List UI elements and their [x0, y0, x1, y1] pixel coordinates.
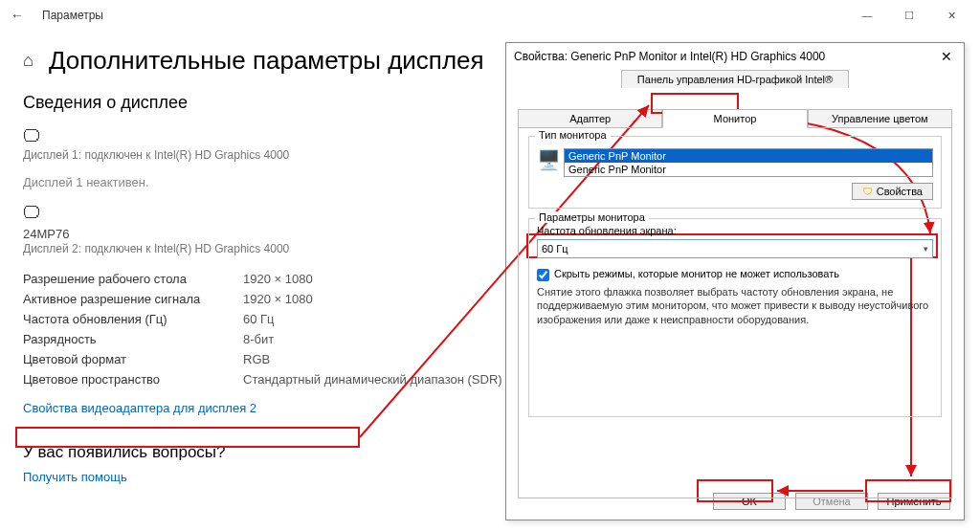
spec-value: 8-бит [243, 332, 274, 346]
monitor-type-group: Тип монитора 🖥️ Generic PnP Monitor Gene… [528, 136, 942, 209]
refresh-rate-select[interactable]: 60 Гц ▾ [537, 239, 933, 258]
hide-modes-checkbox[interactable]: Скрыть режимы, которые монитор не может … [537, 268, 933, 281]
hide-modes-description: Снятие этого флажка позволяет выбрать ча… [537, 285, 933, 326]
page-title: Дополнительные параметры дисплея [49, 46, 484, 76]
spec-value: 1920 × 1080 [243, 292, 313, 306]
monitor-tab-panel: Тип монитора 🖥️ Generic PnP Monitor Gene… [518, 127, 952, 498]
spec-label: Цветовой формат [23, 352, 243, 366]
tab-intel-panel[interactable]: Панель управления HD-графикой Intel® [621, 70, 849, 88]
monitor-properties-dialog: Свойства: Generic PnP Monitor и Intel(R)… [505, 42, 965, 520]
close-icon[interactable]: ✕ [937, 49, 956, 64]
refresh-rate-label: Частота обновления экрана: [537, 225, 933, 236]
spec-value: 1920 × 1080 [243, 272, 313, 286]
spec-label: Цветовое пространство [23, 372, 243, 387]
get-help-link[interactable]: Получить помощь [23, 470, 127, 484]
home-icon[interactable]: ⌂ [23, 51, 33, 71]
adapter-properties-link[interactable]: Свойства видеоадаптера для дисплея 2 [23, 401, 256, 415]
close-icon[interactable]: ✕ [930, 0, 972, 31]
dialog-title: Свойства: Generic PnP Monitor и Intel(R)… [514, 50, 825, 63]
shield-icon: 🛡 [862, 186, 873, 197]
monitor-icon: 🖥️ [537, 148, 561, 171]
spec-value: Стандартный динамический диапазон (SDR) [243, 372, 502, 387]
back-icon[interactable]: ← [8, 8, 27, 23]
spec-label: Активное разрешение сигнала [23, 292, 243, 306]
refresh-rate-value: 60 Гц [542, 243, 568, 254]
dialog-tabs: Адаптер Монитор Управление цветом [506, 109, 964, 128]
list-item[interactable]: Generic PnP Monitor [565, 149, 932, 163]
minimize-icon[interactable]: — [846, 0, 888, 31]
spec-label: Частота обновления (Гц) [23, 312, 243, 326]
group-title: Параметры монитора [535, 211, 649, 223]
settings-titlebar: ← Параметры — ☐ ✕ [0, 0, 980, 31]
list-item[interactable]: Generic PnP Monitor [565, 163, 932, 176]
window-title: Параметры [42, 9, 103, 22]
tab-monitor[interactable]: Монитор [662, 109, 807, 128]
hide-modes-input[interactable] [537, 269, 549, 281]
dialog-titlebar: Свойства: Generic PnP Monitor и Intel(R)… [506, 43, 964, 70]
monitor-properties-button[interactable]: 🛡Свойства [852, 183, 933, 200]
monitor-list[interactable]: Generic PnP Monitor Generic PnP Monitor [564, 148, 933, 177]
spec-value: RGB [243, 352, 270, 366]
spec-label: Разрешение рабочего стола [23, 272, 243, 286]
hide-modes-label: Скрыть режимы, которые монитор не может … [554, 268, 839, 279]
window-controls: — ☐ ✕ [846, 0, 972, 31]
chevron-down-icon: ▾ [924, 244, 928, 254]
monitor-settings-group: Параметры монитора Частота обновления эк… [528, 218, 942, 417]
display-2-model: 24MP76 [23, 227, 69, 241]
spec-label: Разрядность [23, 332, 243, 346]
tab-adapter[interactable]: Адаптер [518, 109, 662, 128]
spec-value: 60 Гц [243, 312, 275, 326]
maximize-icon[interactable]: ☐ [888, 0, 930, 31]
group-title: Тип монитора [535, 129, 611, 141]
tab-color[interactable]: Управление цветом [808, 109, 952, 128]
